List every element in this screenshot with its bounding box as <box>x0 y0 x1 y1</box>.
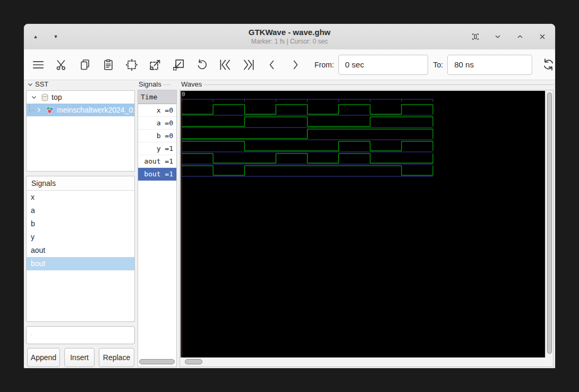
sst-header[interactable]: SST <box>27 80 48 88</box>
go-to-end-icon <box>242 58 256 72</box>
value-row[interactable]: aout =1 <box>138 155 176 168</box>
waveform-trace-y <box>182 141 433 151</box>
menu-icon <box>31 58 45 72</box>
zoom-in-button[interactable] <box>148 57 163 72</box>
to-input[interactable] <box>447 55 532 75</box>
signal-list-item-y[interactable]: y <box>27 231 134 244</box>
chevron-down-icon <box>493 32 502 41</box>
search-input[interactable] <box>36 330 134 340</box>
from-label: From: <box>314 61 334 69</box>
waves-vscrollbar[interactable] <box>546 91 553 357</box>
maximize-button[interactable] <box>515 31 525 42</box>
chevron-up-icon <box>516 32 524 41</box>
fullscreen-icon <box>471 32 480 41</box>
reload-icon <box>541 57 556 72</box>
undo-button[interactable] <box>194 57 209 72</box>
undo-icon <box>195 58 208 71</box>
signal-browser: Signals xabyaoutbout <box>26 176 135 322</box>
close-button[interactable] <box>537 31 548 42</box>
replace-button[interactable]: Replace <box>99 348 134 367</box>
expander-down-icon[interactable] <box>31 94 37 100</box>
waves-vscrollbar-thumb[interactable] <box>547 92 552 354</box>
go-to-end-button[interactable] <box>241 57 256 72</box>
expander-down-icon <box>27 81 33 88</box>
copy-button[interactable] <box>78 57 92 72</box>
values-frame-label: Signals <box>139 80 171 88</box>
gtkwave-window: ▲ ▼ GTKWave - wave.ghw Marker: 1 fs | Cu… <box>23 23 556 369</box>
frame-line <box>163 84 171 85</box>
signal-list-item-b[interactable]: b <box>27 217 134 231</box>
waves-panel: 0 <box>180 90 554 367</box>
signal-list-item-bout[interactable]: bout <box>27 257 134 270</box>
waveform-svg: 0 <box>181 91 545 357</box>
database-icon <box>41 93 49 101</box>
fullscreen-button[interactable] <box>470 31 481 42</box>
titlebar[interactable]: ▲ ▼ GTKWave - wave.ghw Marker: 1 fs | Cu… <box>24 24 555 50</box>
value-row[interactable]: a =0 <box>138 117 176 130</box>
paste-icon <box>102 58 115 71</box>
value-row[interactable]: x =0 <box>138 104 176 117</box>
sst-label: SST <box>35 80 48 88</box>
replace-button-label: Replace <box>103 353 130 362</box>
from-input[interactable] <box>338 55 428 75</box>
append-button[interactable]: Append <box>27 348 60 367</box>
cut-button[interactable] <box>54 57 69 72</box>
go-to-start-button[interactable] <box>218 57 233 72</box>
module-icon <box>46 106 54 114</box>
waves-frame-label: Waves <box>181 80 554 88</box>
zoom-out-icon <box>172 58 185 72</box>
cut-icon <box>55 58 68 71</box>
signal-search-box[interactable] <box>26 326 135 344</box>
main-content: SST top <box>24 80 555 368</box>
zoom-in-icon <box>148 58 162 72</box>
chevron-right-icon <box>289 58 302 71</box>
step-back-button[interactable] <box>265 57 279 72</box>
signal-list-item-x[interactable]: x <box>27 191 134 204</box>
zoom-fit-button[interactable] <box>124 57 139 72</box>
value-row[interactable]: bout =1 <box>138 168 176 181</box>
go-to-start-icon <box>218 58 232 72</box>
waveform-trace-aout <box>182 154 433 163</box>
tree-guide <box>29 105 35 111</box>
values-hscrollbar-thumb[interactable] <box>139 359 175 364</box>
values-panel: Time x =0a =0b =0y =1aout =1bout =1 <box>138 90 177 367</box>
menu-button[interactable] <box>31 57 46 72</box>
waves-frame-label-text: Waves <box>181 80 202 88</box>
zoom-out-button[interactable] <box>171 57 186 72</box>
expander-right-icon[interactable] <box>36 107 42 113</box>
signal-list-item-aout[interactable]: aout <box>27 244 134 257</box>
append-button-label: Append <box>31 353 56 362</box>
close-icon <box>538 32 547 41</box>
waves-hscrollbar-thumb[interactable] <box>185 359 202 364</box>
tree-item-module[interactable]: meinschaltwerk2024_01 <box>27 104 134 116</box>
to-label: To: <box>433 61 444 69</box>
sst-tree: top meinschaltwerk2024_01 <box>26 90 135 172</box>
waveform-trace-bout <box>182 166 433 175</box>
timeline-origin-label: 0 <box>182 91 185 97</box>
minimize-button[interactable] <box>492 31 503 42</box>
value-row[interactable]: b =0 <box>138 130 176 142</box>
insert-button[interactable]: Insert <box>64 348 95 367</box>
waveform-canvas[interactable]: 0 <box>181 91 545 357</box>
insert-button-label: Insert <box>70 353 89 362</box>
waveform-trace-a <box>182 117 433 126</box>
zoom-fit-icon <box>125 58 139 72</box>
chevron-left-icon <box>266 58 278 71</box>
signal-list-item-a[interactable]: a <box>27 204 134 217</box>
search-icon <box>31 331 32 339</box>
waveform-trace-b <box>182 129 433 139</box>
values-frame-label-text: Signals <box>139 80 161 88</box>
screenshot-root: { "window": { "title": "GTKWave - wave.g… <box>0 0 579 392</box>
paste-button[interactable] <box>101 57 116 72</box>
signal-browser-list: xabyaoutbout <box>27 191 134 270</box>
value-row[interactable]: y =1 <box>138 142 176 155</box>
time-column-header: Time <box>138 90 176 104</box>
tree-item-label: top <box>52 93 62 101</box>
reload-button[interactable] <box>541 57 556 72</box>
waveform-trace-x <box>182 105 433 114</box>
tree-item-top[interactable]: top <box>27 91 134 104</box>
signal-browser-header: Signals <box>27 176 134 191</box>
tree-item-label: meinschaltwerk2024_01 <box>57 106 134 114</box>
step-forward-button[interactable] <box>288 57 303 72</box>
copy-icon <box>79 58 91 71</box>
